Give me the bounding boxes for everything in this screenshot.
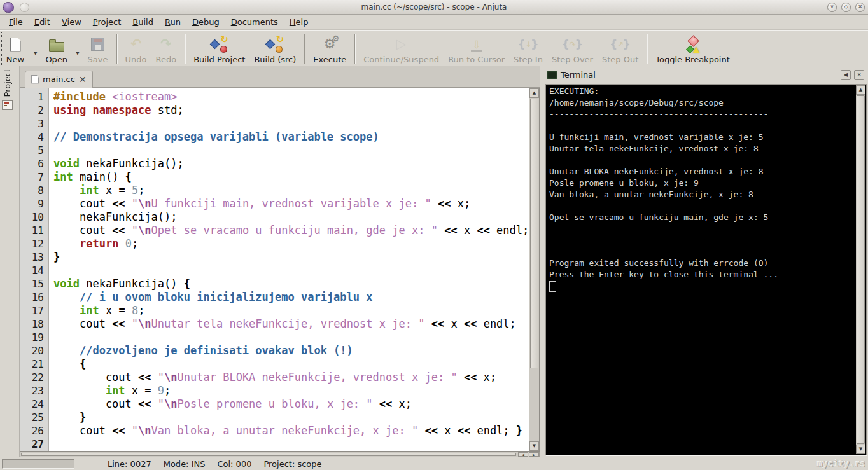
terminal-header: Terminal ◀ ✕ [544, 66, 868, 83]
editor[interactable]: 1234567891011121314151617181920212223242… [20, 88, 540, 452]
code-line[interactable]: return 0; [53, 237, 529, 251]
scroll-left-button[interactable]: ◀ [518, 452, 528, 457]
editor-tab-main-cc[interactable]: main.cc ✕ [25, 71, 93, 88]
panel-splitter[interactable] [540, 66, 544, 457]
menu-item-project[interactable]: Project [87, 16, 127, 28]
terminal-scrollbar[interactable]: ▲ ▼ [856, 85, 865, 454]
toolbar-label: Execute [313, 55, 346, 64]
left-dock: Project [0, 66, 20, 457]
menu-item-help[interactable]: Help [284, 16, 314, 28]
toolbar-label: Build Project [193, 55, 245, 64]
toolbar-button-build-src[interactable]: ↻Build (src) [249, 31, 300, 67]
code-line[interactable]: cout << "\nUnutar BLOKA nekeFunkcije, vr… [53, 371, 529, 384]
terminal-line [549, 200, 855, 212]
toolbar-button-toggle-breakpoint[interactable]: Toggle Breakpoint [651, 31, 734, 67]
code-token [151, 384, 158, 397]
statusbar-line: Line: 0027 [108, 459, 151, 469]
code-line[interactable]: // i u ovom bloku inicijalizujemo varija… [53, 291, 529, 304]
titlebar: main.cc (~/scope/src) - scope - Anjuta ∨… [0, 0, 868, 15]
close-button[interactable]: ✕ [855, 3, 865, 12]
code-line[interactable] [53, 144, 529, 157]
code-line[interactable]: } [53, 251, 529, 264]
code-line[interactable]: // Demonstracija opsega varijabli (varia… [53, 130, 529, 144]
toggle-breakpoint-icon [683, 36, 703, 53]
toolbar-separator [354, 34, 355, 64]
toolbar-button-open[interactable]: Open [41, 31, 72, 67]
code-token: // i u ovom bloku inicijalizujemo varija… [80, 291, 373, 303]
line-number: 12 [20, 237, 44, 251]
code-token: cout [53, 371, 138, 384]
toolbar-button-new[interactable]: New [1, 31, 30, 67]
toolbar-label: Undo [125, 55, 147, 64]
code-line[interactable]: nekaFunkcija(); [53, 211, 529, 224]
code-line[interactable]: int x = 8; [53, 304, 529, 317]
editor-code[interactable]: #include <iostream>using namespace std;/… [49, 88, 529, 451]
project-vertical-tab[interactable]: Project [2, 69, 13, 110]
hscroll-thumb[interactable] [21, 453, 516, 456]
menu-item-debug[interactable]: Debug [186, 16, 225, 28]
menu-item-view[interactable]: View [56, 16, 87, 28]
code-line[interactable]: void nekaFunkcija() { [53, 277, 529, 291]
scroll-up-icon: ▲ [533, 91, 536, 95]
terminal-dock-button[interactable]: ◀ [841, 70, 851, 80]
toolbar-button-build-project[interactable]: ↻Build Project [189, 31, 249, 67]
code-token: std; [151, 104, 184, 116]
terminal-panel: Terminal ◀ ✕ EXECUTING:/home/nemanja/sco… [544, 66, 868, 457]
terminal-close-button[interactable]: ✕ [854, 70, 864, 80]
code-token [424, 317, 431, 330]
menu-item-build[interactable]: Build [127, 16, 159, 28]
code-line[interactable]: cout << "\nU funkciji main, vrednost var… [53, 197, 529, 211]
code-line[interactable] [53, 264, 529, 277]
scroll-right-button[interactable]: ▶ [529, 452, 539, 457]
terminal-scroll-thumb[interactable] [857, 95, 865, 444]
tab-close-icon[interactable]: ✕ [79, 75, 87, 84]
toolbar-button-step-in: {↓}Step In [509, 31, 547, 67]
toolbar-dropdown-open[interactable]: ▼ [72, 51, 83, 56]
code-line[interactable]: { [53, 357, 529, 371]
line-number: 11 [20, 224, 44, 237]
code-line[interactable]: cout << "\nOpet se vracamo u funkciju ma… [53, 224, 529, 237]
code-line[interactable]: using namespace std; [53, 104, 529, 117]
terminal-body[interactable]: EXECUTING:/home/nemanja/scope/Debug/src/… [545, 84, 867, 455]
maximize-button[interactable]: ◇ [841, 3, 851, 12]
terminal-scroll-up-button[interactable]: ▲ [856, 85, 865, 95]
scroll-up-button[interactable]: ▲ [529, 88, 539, 98]
code-token [53, 184, 80, 197]
menu-item-run[interactable]: Run [159, 16, 186, 28]
scroll-down-icon: ▼ [533, 444, 536, 448]
statusbar-progress [2, 459, 74, 469]
toolbar-label: New [6, 55, 24, 64]
code-line[interactable] [53, 331, 529, 344]
toolbar-button-step-out: {↗}Step Out [598, 31, 643, 67]
code-token: cout [53, 424, 112, 437]
toolbar-button-execute[interactable]: ⚙⚙Execute [309, 31, 351, 67]
code-line[interactable]: int x = 5; [53, 184, 529, 197]
terminal-line: ----------------------------------------… [549, 109, 855, 120]
code-line[interactable]: #include <iostream> [53, 90, 529, 104]
code-line[interactable]: cout << "\nPosle promene u bloku, x je: … [53, 397, 529, 411]
code-line[interactable]: int main() { [53, 170, 529, 184]
code-line[interactable]: } [53, 411, 529, 424]
editor-vscrollbar[interactable]: ▲ ▼ [529, 88, 539, 451]
line-number: 4 [20, 130, 44, 144]
code-line[interactable]: int x = 9; [53, 384, 529, 397]
code-line[interactable]: cout << "\nUnutar tela nekeFunkcije, vre… [53, 317, 529, 331]
minimize-button[interactable]: ∨ [827, 3, 837, 12]
dock-arrow-icon: ◀ [844, 72, 848, 78]
editor-tabbar: main.cc ✕ [20, 66, 540, 88]
code-line[interactable] [53, 438, 529, 451]
code-token: Opet se vracamo u funkciju main, gde je … [151, 224, 438, 237]
toolbar-dropdown-new[interactable]: ▼ [30, 51, 41, 56]
code-token: ; [164, 384, 171, 397]
menu-item-edit[interactable]: Edit [29, 16, 56, 28]
code-line[interactable]: void nekaFunkcija(); [53, 157, 529, 170]
code-line[interactable] [53, 117, 529, 130]
menu-item-file[interactable]: File [3, 16, 29, 28]
code-line[interactable]: cout << "\nVan bloka, a unutar nekeFunkc… [53, 424, 529, 438]
code-line[interactable]: //dozvoljeno je definisati ovakav blok (… [53, 344, 529, 357]
vscroll-thumb[interactable] [530, 99, 538, 368]
terminal-scroll-down-button[interactable]: ▼ [856, 445, 865, 454]
statusbar: Line: 0027 Mode: INS Col: 000 Project: s… [0, 457, 868, 470]
menu-item-documents[interactable]: Documents [225, 16, 284, 28]
scroll-down-button[interactable]: ▼ [529, 441, 539, 451]
